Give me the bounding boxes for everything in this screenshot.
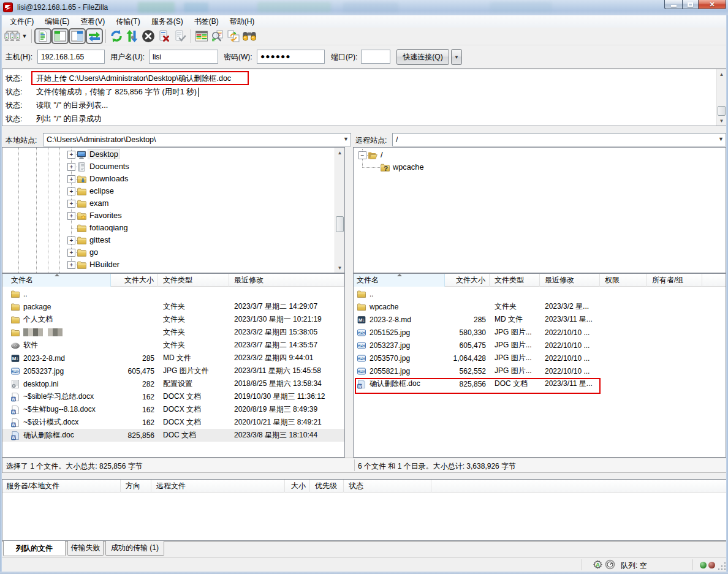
file-row[interactable]: .. (2, 287, 344, 300)
find-files-button[interactable] (241, 28, 257, 44)
file-row[interactable]: JPG2053570.jpg1,064,428JPG 图片...2022/10/… (354, 352, 726, 364)
resize-grip[interactable] (718, 561, 727, 570)
file-row[interactable]: W~$生鲜bug--8.18.docx162DOCX 文档2020/8/19 星… (2, 403, 344, 416)
refresh-button[interactable] (108, 28, 124, 44)
process-queue-button[interactable] (124, 28, 140, 44)
file-name-cell: 软件 (2, 339, 111, 352)
scroll-up-icon[interactable]: ▲ (717, 69, 726, 79)
menu-item-0[interactable]: 文件(F) (4, 15, 39, 28)
file-row[interactable]: .. (354, 287, 726, 300)
menu-item-5[interactable]: 书签(B) (189, 15, 224, 28)
log-scrollbar-thumb[interactable] (718, 106, 726, 116)
port-label: 端口(P): (331, 52, 357, 62)
column-header-1[interactable]: 文件大小 (111, 274, 158, 287)
tree-item-HBuilder[interactable] (2, 259, 344, 271)
remote-site-combo[interactable]: / ▼ (392, 133, 726, 146)
menu-item-2[interactable]: 查看(V) (75, 15, 110, 28)
file-row[interactable]: M↓2023-2-8.md285MD 文件2023/3/2 星期四 9:44:0… (2, 352, 344, 364)
tab-successful-transfers[interactable]: 成功的传输 (1) (105, 541, 164, 556)
menu-item-6[interactable]: 帮助(H) (224, 15, 260, 28)
sync-browsing-button[interactable] (226, 28, 241, 44)
file-row[interactable]: JPG2053237.jpg605,475JPG 图片文件2023/3/11 星… (2, 364, 344, 377)
tree-item-Documents[interactable] (2, 160, 344, 173)
menu-item-4[interactable]: 服务器(S) (146, 15, 189, 28)
column-header-4[interactable]: 权限 (600, 274, 647, 287)
file-row[interactable]: W确认删除框.doc825,856DOC 文档2023/3/11 星... (354, 377, 726, 390)
port-input[interactable] (361, 50, 390, 64)
column-header-0[interactable]: 文件名 (2, 274, 111, 287)
scroll-down-icon[interactable]: ▼ (335, 263, 344, 273)
scroll-up-icon[interactable]: ▲ (335, 148, 344, 157)
scroll-down-icon[interactable]: ▼ (717, 116, 726, 126)
file-row[interactable]: W~$设计模式.docx162DOCX 文档2020/10/21 星期三 8:4… (2, 416, 344, 429)
quickconnect-dropdown-button[interactable]: ▼ (451, 49, 462, 65)
directory-compare-button[interactable] (194, 28, 210, 44)
autoupload-gear-icon[interactable]: A (593, 559, 603, 570)
disconnect-button[interactable] (156, 28, 172, 44)
queue-column-header-2[interactable]: 远程文件 (151, 480, 285, 493)
filter-button[interactable] (210, 28, 226, 44)
file-row[interactable]: JPG2055821.jpg562,552JPG 图片...2022/10/10… (354, 364, 726, 377)
toggle-local-tree-button[interactable] (51, 28, 69, 44)
site-manager-button[interactable] (4, 28, 20, 44)
tree-item-Downloads[interactable] (2, 173, 344, 185)
tree-item-eclipse[interactable] (2, 185, 344, 197)
column-header-1[interactable]: 文件大小 (445, 274, 490, 287)
menu-item-1[interactable]: 编辑(E) (39, 15, 75, 28)
column-header-3[interactable]: 最近修改 (229, 274, 344, 287)
close-button[interactable]: ✕ (699, 0, 726, 9)
column-header-2[interactable]: 文件类型 (490, 274, 540, 287)
minimize-button[interactable] (664, 0, 682, 9)
file-row[interactable]: W确认删除框.doc825,856DOC 文档2023/3/8 星期三 18:1… (2, 429, 344, 442)
queue-column-header-0[interactable]: 服务器/本地文件 (2, 480, 121, 493)
tree-item-/[interactable] (354, 149, 726, 161)
queue-column-header-3[interactable]: 大小 (285, 480, 310, 493)
chevron-down-icon: ▼ (454, 55, 459, 60)
tab-queued-files[interactable]: 列队的文件 (3, 541, 66, 556)
column-header-2[interactable]: 文件类型 (158, 274, 229, 287)
file-row[interactable]: JPG2051525.jpg580,330JPG 图片...2022/10/10… (354, 326, 726, 339)
file-row[interactable]: M↓2023-2-8.md285MD 文件2023/3/11 星... (354, 313, 726, 326)
file-row[interactable]: W~$sible学习总结.docx162DOCX 文档2019/10/30 星期… (2, 390, 344, 403)
file-row[interactable]: 软件文件夹2023/3/7 星期二 14:35:57 (2, 339, 344, 352)
queue-column-header-4[interactable]: 优先级 (310, 480, 344, 493)
host-input[interactable]: 192.168.1.65 (37, 50, 105, 64)
quickconnect-bar: 主机(H): 192.168.1.65 用户名(U): lisi 密码(W): … (0, 45, 728, 69)
tree-item-Desktop[interactable] (2, 148, 344, 160)
column-header-3[interactable]: 最近修改 (540, 274, 600, 287)
queue-column-header-1[interactable]: 方向 (121, 480, 151, 493)
toggle-log-button[interactable] (34, 28, 51, 44)
tree-scrollbar-thumb[interactable] (336, 216, 344, 232)
tab-failed-transfers[interactable]: 传输失败 (67, 541, 104, 556)
toggle-queue-button[interactable] (86, 28, 103, 44)
file-row[interactable]: wpcache文件夹2023/3/2 星... (354, 300, 726, 313)
sort-ascending-icon (397, 274, 402, 276)
column-header-5[interactable]: 所有者/组 (647, 274, 702, 287)
tree-item-exam[interactable] (2, 197, 344, 210)
file-cell (647, 364, 702, 377)
file-row[interactable]: package文件夹2023/3/7 星期二 14:29:07 (2, 300, 344, 313)
quickconnect-button[interactable]: 快速连接(Q) (396, 49, 449, 65)
tree-item-go[interactable] (2, 246, 344, 259)
file-row[interactable]: 文件夹2023/3/2 星期四 15:38:05 (2, 326, 344, 339)
column-header-0[interactable]: 文件名 (354, 274, 445, 287)
queue-column-header-5[interactable]: 状态 (344, 480, 431, 493)
log-scrollbar[interactable]: ▲ ▼ (716, 69, 726, 126)
maximize-button[interactable] (682, 0, 699, 9)
tree-item-gittest[interactable] (2, 234, 344, 246)
local-site-combo[interactable]: C:\Users\Administrator\Desktop\ ▼ (43, 133, 351, 146)
tree-item-fotiaoqiang[interactable] (2, 222, 344, 234)
file-row[interactable]: JPG2053237.jpg605,475JPG 图片...2022/10/10… (354, 339, 726, 352)
password-input[interactable]: ●●●●●● (257, 50, 325, 64)
site-manager-dropdown[interactable]: ▼ (20, 28, 29, 44)
file-row[interactable]: desktop.ini282配置设置2018/8/25 星期六 13:58:34 (2, 377, 344, 390)
username-input[interactable]: lisi (149, 50, 218, 64)
cancel-button[interactable] (140, 28, 156, 44)
tree-item-Favorites[interactable] (2, 210, 344, 222)
file-row[interactable]: 个人文档文件夹2023/1/30 星期一 10:21:19 (2, 313, 344, 326)
local-tree-scrollbar[interactable]: ▲▼ (335, 148, 344, 273)
menu-item-3[interactable]: 传输(T) (110, 15, 145, 28)
reconnect-button[interactable] (172, 28, 188, 44)
toggle-remote-tree-button[interactable] (69, 28, 86, 44)
speed-limit-gauge-icon[interactable] (605, 559, 615, 570)
